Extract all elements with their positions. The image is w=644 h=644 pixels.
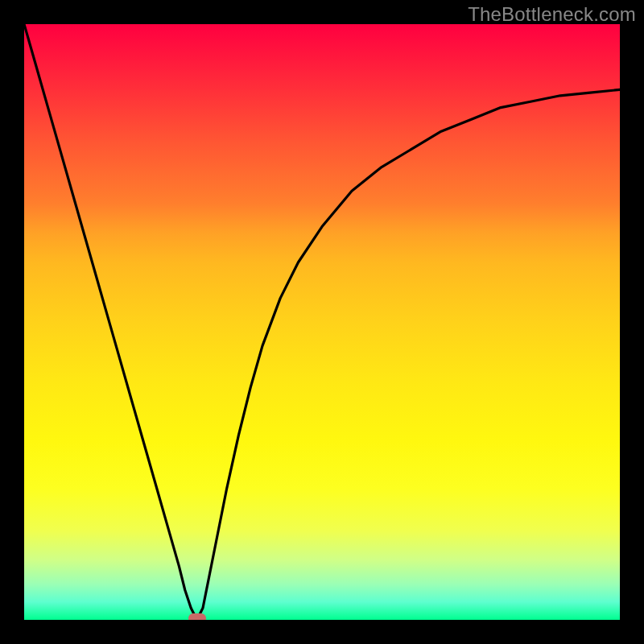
bottleneck-curve-path (24, 24, 620, 620)
bottleneck-curve (24, 24, 620, 620)
optimum-marker (188, 613, 206, 620)
chart-frame: TheBottleneck.com (0, 0, 644, 644)
plot-area (24, 24, 620, 620)
watermark-text: TheBottleneck.com (468, 3, 636, 26)
